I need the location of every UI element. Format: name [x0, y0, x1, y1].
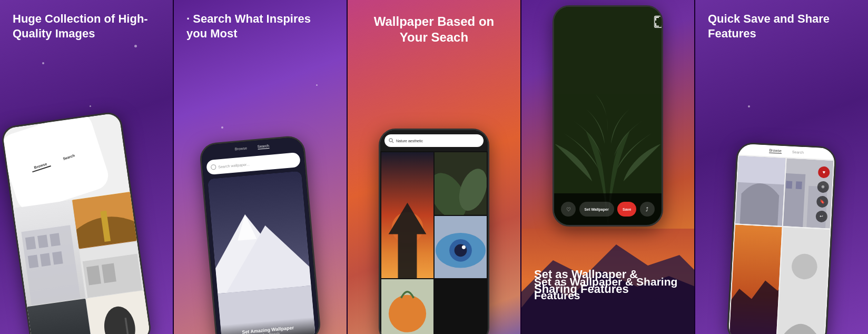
panel-4-title-bottom: Set as Wallpaper & Sharing Features	[534, 267, 682, 297]
wallpaper-image	[208, 171, 315, 334]
phone-mockup: Browse Search	[726, 142, 837, 334]
star-dot	[221, 126, 223, 129]
phone-mockup: Browse Search Search wallpaper...	[199, 135, 321, 334]
svg-rect-6	[52, 251, 63, 265]
image-cell-with-icons: ♥ ⊕ 🔖 ↩	[783, 158, 834, 228]
nav-browse: Browse	[234, 146, 247, 151]
phone-screen: Nature aesthetic	[380, 130, 488, 334]
svg-rect-3	[50, 233, 61, 247]
star-dot	[316, 84, 318, 86]
search-icon	[389, 138, 394, 143]
svg-rect-12	[101, 263, 116, 283]
svg-rect-40	[796, 181, 802, 189]
image-cell	[735, 156, 786, 226]
svg-rect-39	[786, 181, 792, 189]
phone-screen: Browse Search	[728, 143, 835, 334]
action-icons: ♥ ⊕ 🔖 ↩	[815, 166, 833, 222]
panel-1: Huge Collection of High-Quality Images B…	[0, 0, 173, 334]
svg-rect-32	[554, 7, 662, 225]
phone-mockup: ♡ Set Wallpaper Save ⤴	[553, 5, 663, 227]
share-button: ⤴	[640, 202, 655, 217]
wallpaper-card: Set Amazing Wallpaper By Jas Ranch	[208, 171, 315, 334]
star-dot	[90, 105, 91, 107]
star-dot	[42, 62, 44, 64]
panel-5-title: Quick Save and Share Features	[695, 0, 868, 41]
svg-rect-35	[735, 156, 786, 185]
phone-screen: Browse Search Search wallpaper...	[201, 136, 320, 334]
heart-icon: ♥	[818, 166, 830, 178]
svg-point-28	[462, 245, 466, 249]
image-cell	[777, 227, 830, 334]
save-button: Save	[617, 202, 636, 217]
image-cell	[86, 290, 151, 334]
image-cell	[72, 192, 137, 249]
nav-browse: Browse	[769, 149, 782, 154]
phone-mockup: Browse Search	[1, 111, 153, 334]
nav-search: Search	[792, 150, 804, 154]
svg-rect-5	[40, 253, 51, 267]
svg-point-30	[389, 295, 426, 332]
phone-screen: ♡ Set Wallpaper Save ⤴	[554, 7, 662, 225]
bookmark-icon: 🔖	[816, 195, 828, 208]
nav-search: Search	[59, 152, 78, 163]
search-bar: Nature aesthetic	[384, 134, 484, 147]
phone-toolbar: ♡ Set Wallpaper Save ⤴	[554, 193, 662, 225]
svg-rect-4	[28, 255, 39, 269]
image-cell	[79, 241, 144, 298]
search-area: Nature aesthetic	[380, 130, 488, 151]
share-icon: ↩	[815, 210, 827, 222]
svg-rect-2	[37, 235, 48, 249]
nav-browse: Browse	[30, 160, 51, 173]
image-cell-tall	[381, 152, 433, 278]
star-dot	[748, 105, 750, 107]
panel-5: Quick Save and Share Features Browse Sea…	[695, 0, 868, 334]
panel-3: Wallpaper Based on Your Seach Nature aes…	[348, 0, 520, 334]
favorite-button: ♡	[561, 202, 576, 217]
panel-2: · Search What Inspires you Most Browse S…	[174, 0, 347, 334]
image-cell	[435, 152, 487, 215]
svg-point-17	[389, 139, 392, 142]
panel-3-title: Wallpaper Based on Your Seach	[348, 0, 520, 45]
search-text: Nature aesthetic	[396, 139, 423, 143]
nav-search: Search	[258, 144, 270, 150]
svg-rect-11	[86, 265, 101, 285]
panel-1-title: Huge Collection of High-Quality Images	[0, 0, 173, 41]
image-grid: ♥ ⊕ 🔖 ↩	[728, 154, 834, 334]
search-icon	[211, 164, 216, 170]
image-grid	[380, 151, 488, 334]
phone-mockup: Nature aesthetic	[379, 129, 489, 334]
set-wallpaper-button: Set Wallpaper	[579, 202, 614, 217]
panel-4: Set as Wallpaper & Sharing Features Set …	[521, 0, 694, 334]
copy-icon: ⊕	[817, 181, 829, 193]
image-cell-orange	[381, 279, 433, 334]
panel-2-title: · Search What Inspires you Most	[174, 0, 347, 41]
search-placeholder: Search wallpaper...	[218, 162, 250, 169]
phone-screen: Browse Search	[2, 113, 151, 334]
svg-line-18	[392, 142, 394, 143]
fern-image	[554, 7, 662, 225]
svg-rect-42	[777, 227, 830, 334]
star-dot	[134, 45, 137, 47]
svg-rect-1	[25, 237, 36, 250]
image-cell-tall	[729, 224, 782, 334]
image-cell-eye	[435, 216, 487, 279]
